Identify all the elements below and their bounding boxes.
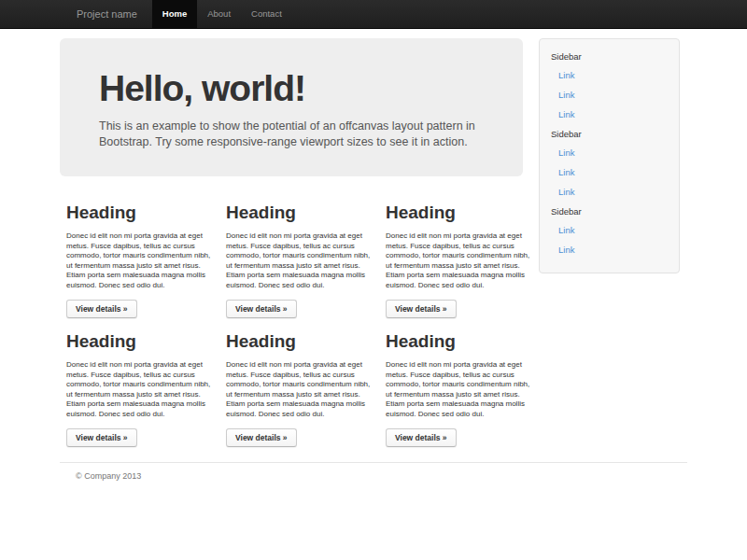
cards-row-2: Heading Donec id elit non mi porta gravi… (66, 331, 523, 447)
sidebar-link[interactable]: Link (551, 65, 668, 85)
navbar-menu: Home About Contact (152, 0, 292, 28)
card-heading: Heading (66, 203, 219, 223)
page-title: Hello, world! (99, 68, 504, 109)
content-card: Heading Donec id elit non mi porta gravi… (226, 203, 379, 318)
sidebar-link[interactable]: Link (551, 105, 668, 124)
card-text: Donec id elit non mi porta gravida at eg… (66, 231, 214, 290)
view-details-button[interactable]: View details » (66, 300, 137, 318)
sidebar-header: Sidebar (551, 47, 668, 65)
sidebar-header: Sidebar (551, 124, 668, 143)
card-heading: Heading (386, 331, 539, 352)
card-text: Donec id elit non mi porta gravida at eg… (66, 360, 214, 419)
card-text: Donec id elit non mi porta gravida at eg… (226, 231, 374, 290)
jumbotron-lead: This is an example to show the potential… (99, 119, 504, 150)
nav-item-contact[interactable]: Contact (241, 0, 292, 28)
card-heading: Heading (226, 203, 379, 223)
top-navbar: Project name Home About Contact (0, 0, 747, 29)
sidebar-link[interactable]: Link (551, 182, 668, 202)
card-text: Donec id elit non mi porta gravida at eg… (386, 231, 533, 290)
content-card: Heading Donec id elit non mi porta gravi… (226, 331, 379, 447)
view-details-button[interactable]: View details » (226, 300, 297, 318)
sidebar-panel: Sidebar Link Link Link Sidebar Link Link… (539, 38, 680, 273)
sidebar-link[interactable]: Link (551, 162, 668, 182)
jumbotron: Hello, world! This is an example to show… (60, 38, 523, 176)
main-column: Hello, world! This is an example to show… (60, 38, 523, 447)
nav-item-home[interactable]: Home (152, 0, 197, 28)
view-details-button[interactable]: View details » (66, 428, 137, 447)
page-footer: © Company 2013 (60, 462, 687, 481)
card-heading: Heading (66, 331, 219, 352)
content-card: Heading Donec id elit non mi porta gravi… (66, 203, 219, 318)
copyright-text: © Company 2013 (76, 471, 687, 481)
content-card: Heading Donec id elit non mi porta gravi… (66, 331, 219, 447)
card-heading: Heading (386, 203, 539, 223)
cards-row-1: Heading Donec id elit non mi porta gravi… (66, 203, 523, 318)
view-details-button[interactable]: View details » (386, 428, 457, 447)
view-details-button[interactable]: View details » (226, 428, 297, 447)
nav-link-contact[interactable]: Contact (241, 0, 292, 28)
card-text: Donec id elit non mi porta gravida at eg… (226, 360, 374, 419)
content-card: Heading Donec id elit non mi porta gravi… (386, 331, 539, 447)
sidebar-link[interactable]: Link (551, 143, 668, 162)
nav-item-about[interactable]: About (197, 0, 241, 28)
view-details-button[interactable]: View details » (386, 300, 457, 318)
sidebar-link[interactable]: Link (551, 240, 668, 259)
card-text: Donec id elit non mi porta gravida at eg… (386, 360, 533, 419)
navbar-brand[interactable]: Project name (60, 0, 152, 28)
card-heading: Heading (226, 331, 379, 352)
nav-link-about[interactable]: About (197, 0, 241, 28)
nav-link-home[interactable]: Home (152, 0, 197, 28)
sidebar-header: Sidebar (551, 202, 668, 220)
content-area: Hello, world! This is an example to show… (60, 38, 687, 447)
sidebar-link[interactable]: Link (551, 220, 668, 240)
sidebar-link[interactable]: Link (551, 85, 668, 105)
sidebar-column: Sidebar Link Link Link Sidebar Link Link… (539, 38, 680, 273)
content-card: Heading Donec id elit non mi porta gravi… (386, 203, 539, 318)
